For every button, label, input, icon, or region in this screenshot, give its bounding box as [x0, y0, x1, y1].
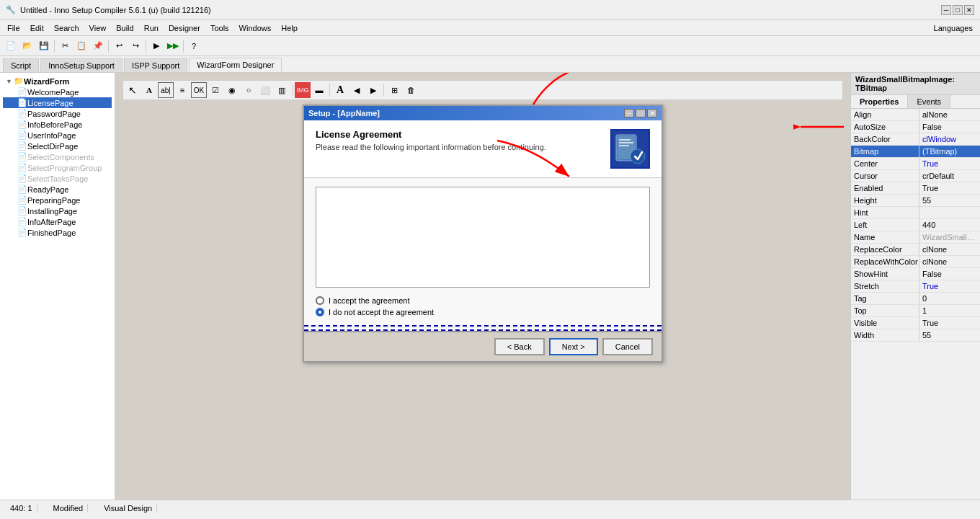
radio-tool[interactable]: ◉	[224, 82, 240, 98]
save-button[interactable]: 💾	[36, 38, 52, 54]
prop-value-replacecolor[interactable]: clNone	[919, 244, 980, 255]
text-tool[interactable]: A	[141, 82, 157, 98]
prop-value-top[interactable]: 1	[919, 305, 980, 316]
compile-button[interactable]: ▶	[148, 38, 164, 54]
forward-tool[interactable]: ▶	[365, 82, 381, 98]
menu-languages[interactable]: Languages	[930, 22, 977, 34]
tree-item-infoafterpage[interactable]: 📄 InfoAfterPage	[3, 216, 112, 227]
prop-value-visible[interactable]: True	[919, 317, 980, 329]
cut-button[interactable]: ✂	[57, 38, 73, 54]
close-button[interactable]: ✕	[964, 5, 974, 15]
menu-tools[interactable]: Tools	[206, 22, 233, 34]
edit-tool[interactable]: ab|	[158, 82, 174, 98]
tab-wizardform-designer[interactable]: WizardForm Designer	[189, 58, 282, 72]
prop-value-cursor[interactable]: crDefault	[919, 170, 980, 182]
wizard-minimize[interactable]: ─	[624, 109, 634, 117]
tab-script[interactable]: Script	[3, 58, 39, 72]
radio-decline[interactable]: I do not accept the agreement	[316, 308, 650, 316]
minimize-button[interactable]: ─	[941, 5, 951, 15]
tree-item-wizardform[interactable]: ▼ 📁 WizardForm	[3, 76, 112, 86]
prop-value-center[interactable]: True	[919, 158, 980, 169]
tree-item-selecttaskspage[interactable]: 📄 SelectTasksPage	[3, 173, 112, 184]
next-button[interactable]: Next >	[549, 338, 598, 355]
tree-item-selectdirpage[interactable]: 📄 SelectDirPage	[3, 141, 112, 151]
help-button[interactable]: ?	[186, 38, 202, 54]
radio-accept-label: I accept the agreement	[329, 296, 410, 305]
tree-item-installingpage[interactable]: 📄 InstallingPage	[3, 205, 112, 216]
tree-item-passwordpage[interactable]: 📄 PasswordPage	[3, 108, 112, 119]
tree-item-userinfopage[interactable]: 📄 UserInfoPage	[3, 130, 112, 141]
panel-tool[interactable]: ▬	[311, 82, 327, 98]
menu-file[interactable]: File	[3, 22, 24, 34]
tree-item-selectprogramgroup[interactable]: 📄 SelectProgramGroup	[3, 162, 112, 173]
menu-run[interactable]: Run	[140, 22, 163, 34]
title-bar-controls: ─ □ ✕	[941, 5, 974, 15]
delete-tool[interactable]: 🗑	[403, 82, 419, 98]
prop-value-align[interactable]: alNone	[919, 109, 980, 120]
prop-value-tag[interactable]: 0	[919, 293, 980, 304]
prop-value-width[interactable]: 55	[919, 329, 980, 341]
menu-edit[interactable]: Edit	[26, 22, 48, 34]
prop-row-align: Align alNone	[851, 109, 980, 121]
menu-view[interactable]: View	[85, 22, 111, 34]
memo-tool[interactable]: ≡	[174, 82, 190, 98]
undo-button[interactable]: ↩	[111, 38, 127, 54]
wizard-close[interactable]: ✕	[647, 109, 657, 117]
tab-properties[interactable]: Properties	[851, 95, 908, 108]
tree-label: SelectTasksPage	[27, 174, 88, 183]
radio-accept-btn[interactable]	[316, 296, 324, 305]
grid-tool[interactable]: ⊞	[386, 82, 402, 98]
prop-value-name[interactable]: WizardSmallBitmapI...	[919, 231, 980, 243]
menu-search[interactable]: Search	[50, 22, 84, 34]
tab-innosetup-support[interactable]: InnoSetup Support	[40, 58, 122, 72]
tree-item-selectcomponents[interactable]: 📄 SelectComponents	[3, 151, 112, 162]
check-tool[interactable]: ☑	[208, 82, 223, 98]
button-tool[interactable]: OK	[191, 82, 207, 98]
select-tool[interactable]: ↖	[125, 82, 141, 98]
wizard-maximize[interactable]: □	[636, 109, 646, 117]
shape-tool[interactable]: ○	[241, 82, 257, 98]
tree-item-infobeforepage[interactable]: 📄 InfoBeforePage	[3, 119, 112, 130]
tree-item-preparingpage[interactable]: 📄 PreparingPage	[3, 195, 112, 205]
tree-label: InstallingPage	[27, 207, 77, 216]
tree-item-licensepage[interactable]: 📄 LicensePage	[3, 97, 112, 108]
maximize-button[interactable]: □	[953, 5, 963, 15]
prop-value-enabled[interactable]: True	[919, 182, 980, 194]
radio-decline-btn[interactable]	[316, 308, 324, 316]
prop-value-left[interactable]: 440	[919, 219, 980, 231]
redo-button[interactable]: ↪	[128, 38, 143, 54]
tree-label: SelectDirPage	[27, 142, 78, 151]
align-right-tool[interactable]: ▥	[274, 82, 290, 98]
tab-events[interactable]: Events	[908, 95, 950, 108]
menu-help[interactable]: Help	[277, 22, 302, 34]
menu-designer[interactable]: Designer	[164, 22, 205, 34]
paste-button[interactable]: 📌	[90, 38, 106, 54]
prop-value-bitmap[interactable]: (TBitmap)	[919, 146, 980, 157]
radio-accept[interactable]: I accept the agreement	[316, 296, 650, 305]
prop-value-hint[interactable]	[919, 207, 980, 218]
prop-value-showhint[interactable]: False	[919, 268, 980, 280]
tree-item-readypage[interactable]: 📄 ReadyPage	[3, 184, 112, 195]
back-tool[interactable]: ◀	[349, 82, 365, 98]
back-button[interactable]: < Back	[494, 338, 545, 355]
cancel-button[interactable]: Cancel	[602, 338, 653, 355]
menu-build[interactable]: Build	[112, 22, 138, 34]
label-big-tool[interactable]: A	[332, 82, 348, 98]
prop-value-backcolor[interactable]: clWindow	[919, 133, 980, 145]
new-button[interactable]: 📄	[3, 38, 19, 54]
license-textarea[interactable]	[316, 187, 650, 288]
tree-item-welcomepage[interactable]: 📄 WelcomePage	[3, 86, 112, 97]
image-tool[interactable]: IMG	[295, 82, 311, 98]
prop-value-replacewithcolor[interactable]: clNone	[919, 256, 980, 267]
menu-windows[interactable]: Windows	[235, 22, 276, 34]
run-button[interactable]: ▶▶	[165, 38, 181, 54]
align-left-tool[interactable]: ⬜	[257, 82, 273, 98]
copy-button[interactable]: 📋	[74, 38, 89, 54]
page-icon-welcome: 📄	[17, 87, 27, 97]
open-button[interactable]: 📂	[19, 38, 35, 54]
tree-item-finishedpage[interactable]: 📄 FinishedPage	[3, 227, 112, 238]
prop-value-stretch[interactable]: True	[919, 280, 980, 292]
prop-value-autosize[interactable]: False	[919, 121, 980, 133]
tab-ispp-support[interactable]: ISPP Support	[124, 58, 187, 72]
prop-value-height[interactable]: 55	[919, 195, 980, 206]
